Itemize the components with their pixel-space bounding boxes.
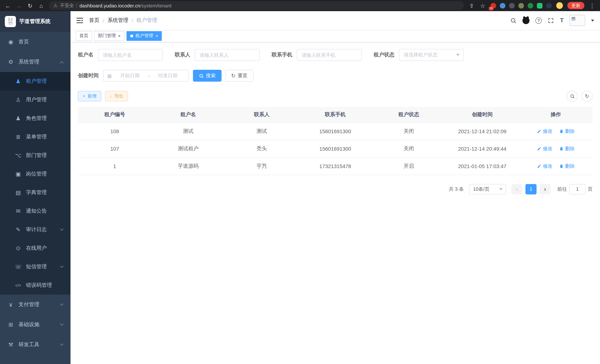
sidebar-item-sms[interactable]: ☏ 短信管理: [0, 258, 71, 276]
breadcrumb-system[interactable]: 系统管理: [108, 17, 128, 24]
sidebar-item-dict[interactable]: ▤ 字典管理: [0, 183, 71, 202]
home-icon[interactable]: ⌂: [38, 3, 45, 8]
sidebar-item-tenant[interactable]: ♟ 租户管理: [0, 72, 71, 91]
close-icon[interactable]: ×: [118, 34, 121, 38]
font-size-icon[interactable]: T: [560, 17, 564, 24]
sidebar-item-label: 首页: [19, 38, 29, 45]
fullscreen-icon[interactable]: [548, 17, 554, 24]
app-logo[interactable]: 芋道管理系统: [0, 11, 71, 32]
sidebar-item-infra[interactable]: ⊞ 基础设施: [0, 315, 71, 335]
page-number-1[interactable]: 1: [525, 184, 536, 194]
update-button[interactable]: 更新: [567, 2, 584, 9]
tenant-name-input[interactable]: [98, 49, 163, 61]
caret-down-icon[interactable]: [591, 19, 594, 21]
sidebar-item-error-code[interactable]: </> 错误码管理: [0, 276, 71, 295]
delete-link[interactable]: 删除: [559, 163, 575, 169]
pagination: 共 3 条 10条/页 ‹ 1 › 前往 页: [78, 184, 593, 194]
tabs-bar: 首页 部门管理 × 租户管理 ×: [71, 30, 600, 42]
security-label[interactable]: 不安全: [60, 2, 74, 9]
org-tree-icon: ⌥: [15, 152, 21, 159]
top-navbar: 首页 / 系统管理 / 租户管理 ? T: [71, 11, 600, 30]
extension-icon[interactable]: [518, 3, 524, 8]
sidebar-item-user[interactable]: ♙ 用户管理: [0, 91, 71, 109]
export-button[interactable]: ↓ 导出: [105, 91, 128, 101]
table-toolbar: + 新增 ↓ 导出 ↻: [78, 91, 593, 102]
bookmark-star-icon[interactable]: ☆: [479, 3, 486, 8]
url-text: dashboard.yudao.iocoder.cn/system/tenant: [80, 3, 172, 8]
filter-row-2: 创建时间 ▦ 开始日期 - 结束日期 搜索 ↻ 重: [78, 70, 593, 82]
extension-icon[interactable]: [546, 3, 552, 8]
extension-icon[interactable]: 10: [490, 3, 496, 8]
delete-link-label: 删除: [565, 128, 575, 134]
sidebar-item-payment[interactable]: ¥ 支付管理: [0, 295, 71, 315]
tab-home[interactable]: 首页: [76, 31, 92, 41]
cell-actions: 修改 删除: [519, 140, 593, 157]
edit-link[interactable]: 修改: [537, 145, 553, 152]
sidebar-item-role[interactable]: ♟ 角色管理: [0, 109, 71, 128]
extension-icon[interactable]: [500, 3, 505, 8]
sidebar-toggle-icon[interactable]: [76, 18, 83, 23]
sidebar-item-online-user[interactable]: ⊙ 在线用户: [0, 239, 71, 258]
search-button[interactable]: 搜索: [193, 70, 222, 82]
start-date-placeholder: 开始日期: [113, 72, 147, 79]
col-header-id: 租户编号: [78, 107, 151, 122]
calendar-icon: ▦: [107, 73, 112, 78]
extension-green-icon: [528, 3, 533, 8]
page-content: 租户名 联系人 联系手机 租户状态 请选择租户状态: [71, 42, 600, 364]
sidebar-item-menu[interactable]: ≣ 菜单管理: [0, 128, 71, 146]
close-icon[interactable]: ×: [155, 34, 158, 38]
delete-link[interactable]: 删除: [559, 128, 575, 134]
back-icon[interactable]: ←: [4, 3, 11, 8]
search-icon[interactable]: [510, 17, 516, 24]
sidebar-item-system[interactable]: ⚙ 系统管理: [0, 52, 71, 72]
next-page-button[interactable]: ›: [540, 184, 551, 194]
breadcrumb-home[interactable]: 首页: [89, 17, 99, 24]
sidebar-item-dept[interactable]: ⌥ 部门管理: [0, 146, 71, 165]
active-dot: [130, 34, 133, 37]
help-icon[interactable]: ?: [535, 17, 542, 24]
user-icon: ♙: [15, 96, 21, 103]
add-button[interactable]: + 新增: [78, 91, 101, 101]
prev-page-button[interactable]: ‹: [511, 184, 523, 194]
contact-input[interactable]: [195, 49, 260, 61]
tab-tenant[interactable]: 租户管理 ×: [127, 31, 162, 41]
github-icon[interactable]: [523, 17, 529, 24]
edit-link[interactable]: 修改: [537, 163, 553, 169]
menu-list-icon: ≣: [15, 134, 21, 140]
reset-button[interactable]: ↻ 重置: [225, 70, 253, 82]
sidebar-item-audit-log[interactable]: ✎ 审计日志: [0, 220, 71, 239]
sidebar-item-post[interactable]: ▣ 岗位管理: [0, 165, 71, 183]
goto-page-input[interactable]: [569, 184, 586, 194]
edit-link-label: 修改: [543, 145, 553, 152]
warning-icon: ⚠: [53, 3, 57, 8]
phone-input[interactable]: [297, 49, 362, 61]
sidebar-item-home[interactable]: ◉ 首页: [0, 32, 71, 52]
tab-dept[interactable]: 部门管理 ×: [94, 31, 124, 41]
browser-profile-avatar[interactable]: [556, 2, 563, 9]
refresh-table-button[interactable]: ↻: [581, 91, 593, 102]
page-size-select[interactable]: 10条/页: [469, 184, 506, 194]
sidebar-item-label: 部门管理: [26, 152, 47, 159]
extension-icon[interactable]: [528, 3, 533, 8]
address-bar[interactable]: ⚠ 不安全 dashboard.yudao.iocoder.cn/system/…: [49, 1, 464, 10]
browser-menu-icon[interactable]: ⋮: [589, 3, 596, 8]
tenant-status-select[interactable]: 请选择租户状态: [399, 49, 464, 61]
cell-actions: 修改 删除: [519, 122, 593, 140]
app-window: 芋道管理系统 ◉ 首页 ⚙ 系统管理 ♟ 租户管理: [0, 11, 600, 364]
edit-link[interactable]: 修改: [537, 128, 553, 134]
pagination-total: 共 3 条: [449, 186, 464, 192]
share-icon[interactable]: ⇧: [468, 3, 475, 8]
reload-icon[interactable]: ↻: [27, 3, 33, 8]
forward-icon[interactable]: →: [16, 3, 22, 8]
create-time-range-picker[interactable]: ▦ 开始日期 - 结束日期: [103, 70, 188, 82]
delete-link[interactable]: 删除: [559, 145, 575, 152]
sidebar-item-label: 租户管理: [26, 78, 47, 84]
sidebar-item-devtools[interactable]: ⚒ 研发工具: [0, 335, 71, 355]
hide-search-button[interactable]: [567, 91, 578, 102]
breadcrumb-separator: /: [132, 18, 133, 23]
filter-contact: 联系人: [175, 49, 260, 61]
extension-icon[interactable]: [537, 3, 543, 8]
avatar[interactable]: [570, 15, 585, 26]
extension-icon[interactable]: [509, 3, 515, 8]
sidebar-item-notice[interactable]: ✉ 通知公告: [0, 202, 71, 220]
